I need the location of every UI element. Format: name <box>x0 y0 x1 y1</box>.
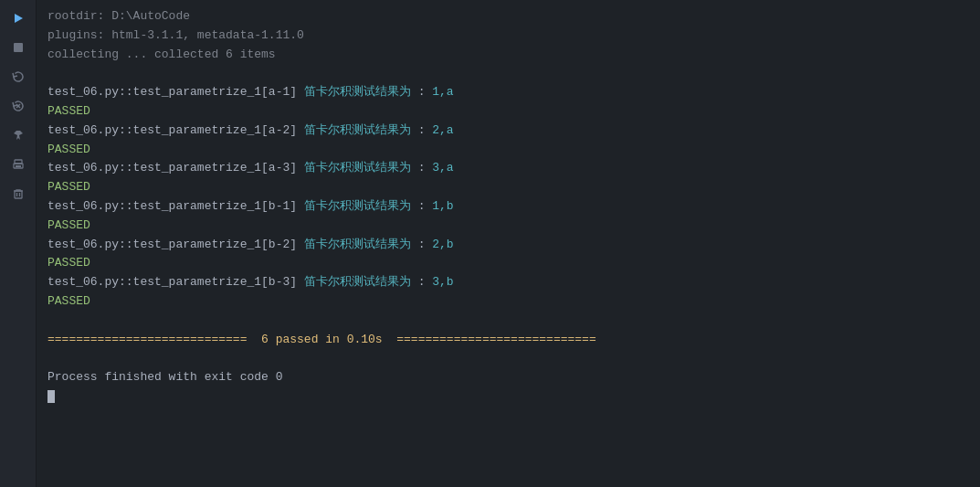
pin-button[interactable] <box>5 122 31 148</box>
terminal-line: Process finished with exit code 0 <box>47 368 969 387</box>
passed-label: PASSED <box>47 102 969 122</box>
svg-rect-7 <box>15 164 22 164</box>
test-chinese-text: 笛卡尔积测试结果为 <box>304 161 411 175</box>
passed-label: PASSED <box>47 217 969 236</box>
test-chinese-text: 笛卡尔积测试结果为 <box>304 275 411 289</box>
sidebar <box>0 0 37 487</box>
test-value: 2,a <box>432 123 453 137</box>
test-path: test_06.py::test_parametrize_1[b-1] <box>47 199 304 213</box>
terminal-line: test_06.py::test_parametrize_1[b-1] 笛卡尔积… <box>47 197 969 217</box>
terminal-output: rootdir: D:\AutoCodeplugins: html-3.1.1,… <box>37 0 980 487</box>
terminal-line <box>47 387 969 407</box>
svg-marker-0 <box>15 14 23 23</box>
terminal-line: rootdir: D:\AutoCode <box>47 7 969 26</box>
terminal-line: test_06.py::test_parametrize_1[a-1] 笛卡尔积… <box>47 83 969 102</box>
run-button[interactable] <box>5 5 31 31</box>
test-value: 2,b <box>432 238 453 251</box>
test-colon: : <box>411 238 432 251</box>
print-button[interactable] <box>5 152 31 177</box>
rerun-failed-button[interactable] <box>5 93 31 119</box>
test-path: test_06.py::test_parametrize_1[a-3] <box>47 161 304 175</box>
terminal-cursor <box>47 390 55 403</box>
passed-label: PASSED <box>47 141 969 160</box>
svg-rect-1 <box>14 43 23 52</box>
terminal-line: test_06.py::test_parametrize_1[a-2] 笛卡尔积… <box>47 122 969 141</box>
test-chinese-text: 笛卡尔积测试结果为 <box>304 85 411 99</box>
test-value: 1,b <box>432 199 453 213</box>
test-path: test_06.py::test_parametrize_1[b-2] <box>47 238 304 251</box>
terminal-line: plugins: html-3.1.1, metadata-1.11.0 <box>47 26 969 46</box>
terminal-line: collecting ... collected 6 items <box>47 46 969 65</box>
passed-label: PASSED <box>47 292 969 312</box>
svg-rect-6 <box>16 165 21 167</box>
test-colon: : <box>411 275 432 289</box>
test-chinese-text: 笛卡尔积测试结果为 <box>304 123 411 137</box>
terminal-line: test_06.py::test_parametrize_1[b-2] 笛卡尔积… <box>47 236 969 255</box>
summary-line: ============================ 6 passed in… <box>47 331 969 350</box>
test-value: 1,a <box>432 85 453 99</box>
test-path: test_06.py::test_parametrize_1[a-2] <box>47 123 304 137</box>
test-colon: : <box>411 85 432 99</box>
test-colon: : <box>411 161 432 175</box>
terminal-line <box>47 64 969 83</box>
passed-label: PASSED <box>47 254 969 273</box>
rerun-button[interactable] <box>5 64 31 90</box>
test-chinese-text: 笛卡尔积测试结果为 <box>304 238 411 251</box>
test-path: test_06.py::test_parametrize_1[b-3] <box>47 275 304 289</box>
terminal-line <box>47 349 969 368</box>
test-colon: : <box>411 199 432 213</box>
test-value: 3,a <box>432 161 453 175</box>
test-path: test_06.py::test_parametrize_1[a-1] <box>47 85 304 99</box>
svg-rect-8 <box>15 191 22 198</box>
passed-label: PASSED <box>47 178 969 197</box>
terminal-line <box>47 312 969 331</box>
test-value: 3,b <box>432 275 453 289</box>
terminal-line: test_06.py::test_parametrize_1[a-3] 笛卡尔积… <box>47 159 969 178</box>
test-colon: : <box>411 123 432 137</box>
delete-button[interactable] <box>5 181 31 206</box>
terminal-line: test_06.py::test_parametrize_1[b-3] 笛卡尔积… <box>47 273 969 292</box>
test-chinese-text: 笛卡尔积测试结果为 <box>304 199 411 213</box>
stop-button[interactable] <box>5 35 31 60</box>
